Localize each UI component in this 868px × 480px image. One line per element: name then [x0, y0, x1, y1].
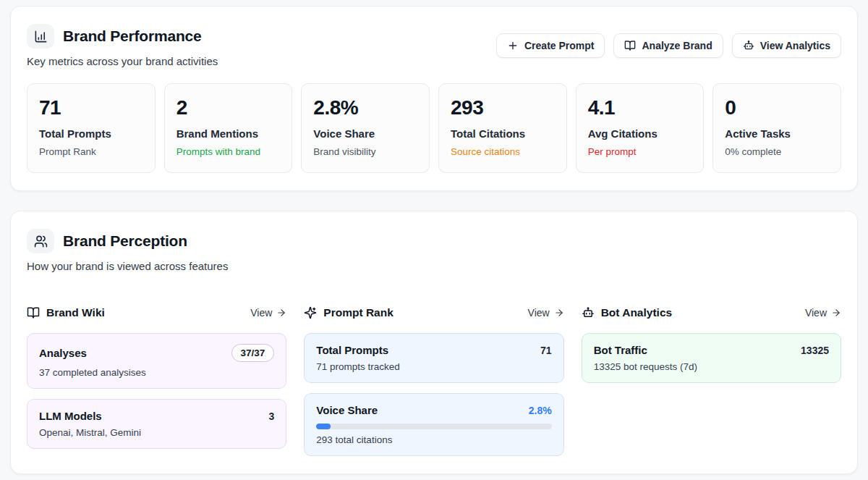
column-title: Brand Wiki [46, 306, 105, 319]
card-title: Bot Traffic [594, 344, 647, 356]
arrow-right-icon [276, 308, 286, 318]
voice-share-progress-track [316, 424, 551, 429]
metric-sub: Prompts with brand [176, 146, 281, 157]
column-title: Bot Analytics [601, 306, 672, 319]
prompt-rank-column: Prompt Rank View Total Prompts 71 [304, 304, 563, 456]
section-subtitle: How your brand is viewed across features [27, 260, 228, 272]
bot-icon [743, 40, 754, 51]
llm-models-card[interactable]: LLM Models 3 Openai, Mistral, Gemini [27, 399, 286, 449]
metric-label: Voice Share [313, 127, 417, 140]
dashboard-page: Brand Performance Key metrics across you… [0, 0, 868, 480]
card-sub: 71 prompts tracked [316, 361, 551, 372]
metric-sub: Prompt Rank [39, 146, 143, 157]
bot-traffic-card[interactable]: Bot Traffic 13325 13325 bot requests (7d… [582, 333, 841, 383]
bot-analytics-header: Bot Analytics View [582, 304, 841, 321]
perception-columns: Brand Wiki View Analyses 37/37 [27, 304, 841, 456]
card-sub: 37 completed analysises [39, 367, 274, 378]
metric-label: Brand Mentions [176, 127, 281, 140]
prompt-rank-header: Prompt Rank View [304, 304, 563, 321]
prompt-rank-view-link[interactable]: View [528, 307, 564, 319]
metric-label: Active Tasks [725, 127, 829, 140]
card-sub: 293 total citations [316, 434, 551, 445]
total-prompts-card[interactable]: Total Prompts 71 71 prompts tracked [304, 333, 563, 383]
metric-card-total-prompts: 71 Total Prompts Prompt Rank [27, 83, 156, 173]
brand-wiki-view-link[interactable]: View [250, 307, 286, 319]
header-actions: Create Prompt Analyze Brand [496, 33, 841, 58]
analyses-card[interactable]: Analyses 37/37 37 completed analysises [27, 333, 286, 389]
metric-sub: Per prompt [588, 146, 692, 157]
voice-share-progress-fill [316, 424, 331, 429]
metric-sub: 0% complete [725, 146, 829, 157]
metric-value: 71 [39, 96, 143, 119]
bot-analytics-view-link[interactable]: View [805, 307, 841, 319]
metric-card-brand-mentions: 2 Brand Mentions Prompts with brand [164, 83, 293, 173]
voice-share-card[interactable]: Voice Share 2.8% 293 total citations [304, 393, 563, 456]
card-value: 71 [540, 345, 552, 356]
bot-icon [582, 306, 595, 319]
card-value: 3 [269, 410, 275, 422]
metric-label: Total Prompts [39, 127, 143, 140]
analyze-brand-button[interactable]: Analyze Brand [613, 33, 723, 58]
metric-card-voice-share: 2.8% Voice Share Brand visibility [301, 83, 430, 173]
users-icon [27, 229, 54, 253]
metric-value: 2.8% [313, 96, 417, 119]
book-open-icon [27, 306, 40, 319]
sparkles-icon [304, 306, 317, 319]
card-title: Total Prompts [316, 344, 388, 356]
arrow-right-icon [831, 308, 841, 318]
metric-value: 293 [451, 96, 555, 119]
view-analytics-button[interactable]: View Analytics [732, 33, 841, 58]
metric-card-avg-citations: 4.1 Avg Citations Per prompt [576, 83, 705, 173]
metric-value: 0 [725, 96, 829, 119]
metric-label: Avg Citations [588, 127, 692, 140]
column-title: Prompt Rank [323, 306, 393, 319]
analyses-count-badge: 37/37 [231, 344, 275, 362]
card-value: 13325 [801, 345, 829, 356]
book-open-icon [624, 40, 636, 51]
metric-card-total-citations: 293 Total Citations Source citations [438, 83, 567, 173]
metric-card-active-tasks: 0 Active Tasks 0% complete [712, 83, 841, 173]
brand-perception-header: Brand Perception How your brand is viewe… [27, 229, 841, 272]
card-title: Voice Share [316, 404, 378, 416]
metrics-row: 71 Total Prompts Prompt Rank 2 Brand Men… [27, 83, 841, 173]
create-prompt-button[interactable]: Create Prompt [496, 33, 605, 58]
brand-perception-section: Brand Perception How your brand is viewe… [10, 211, 858, 474]
brand-wiki-header: Brand Wiki View [27, 304, 286, 321]
page-subtitle: Key metrics across your brand activities [27, 55, 218, 67]
metric-value: 4.1 [588, 96, 692, 119]
brand-performance-header: Brand Performance Key metrics across you… [27, 24, 841, 67]
card-sub: 13325 bot requests (7d) [594, 361, 829, 372]
brand-performance-section: Brand Performance Key metrics across you… [10, 6, 858, 191]
brand-wiki-column: Brand Wiki View Analyses 37/37 [27, 304, 286, 456]
bar-chart-icon [27, 24, 54, 49]
card-sub: Openai, Mistral, Gemini [39, 427, 274, 438]
metric-sub: Brand visibility [313, 146, 417, 157]
plus-icon [507, 40, 519, 51]
metric-label: Total Citations [451, 127, 555, 140]
metric-sub: Source citations [451, 146, 555, 157]
metric-value: 2 [176, 96, 281, 119]
card-title: LLM Models [39, 410, 102, 422]
voice-share-percent: 2.8% [529, 405, 552, 416]
bot-analytics-column: Bot Analytics View Bot Traffic 13325 [582, 304, 841, 456]
arrow-right-icon [554, 308, 564, 318]
section-title: Brand Perception [63, 232, 187, 250]
card-title: Analyses [39, 347, 87, 359]
page-title: Brand Performance [63, 28, 202, 45]
